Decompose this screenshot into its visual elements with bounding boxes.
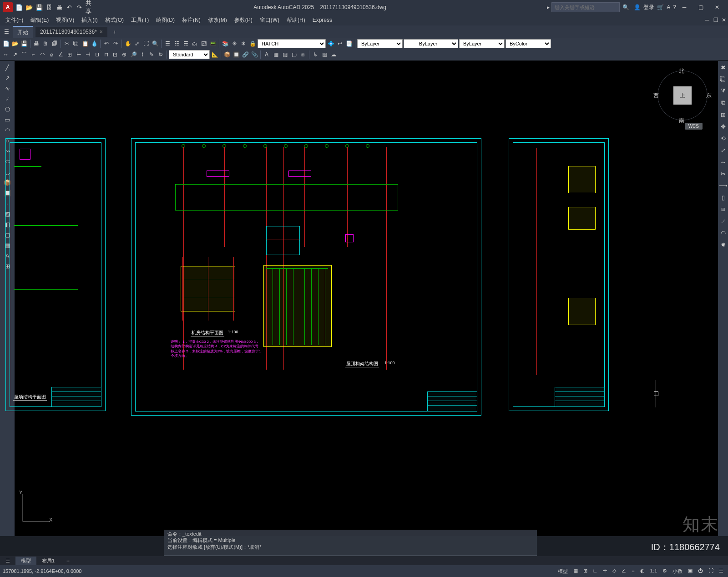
dim-break-icon[interactable]: ⊓ bbox=[102, 50, 110, 59]
save-icon[interactable]: 💾 bbox=[20, 40, 28, 48]
table-icon[interactable]: ▦ bbox=[272, 50, 280, 59]
viewcube[interactable]: 上 北 南 西 东 bbox=[655, 68, 710, 123]
dim-quick-icon[interactable]: ⊞ bbox=[66, 50, 74, 59]
doc-restore-icon[interactable]: ❐ bbox=[710, 16, 718, 24]
textstyle-dropdown[interactable]: Standard bbox=[169, 50, 210, 59]
dimedit-icon[interactable]: ✎ bbox=[147, 50, 156, 59]
layout-add-icon[interactable]: ＋ bbox=[60, 557, 76, 565]
block-icon[interactable]: 🔲 bbox=[232, 50, 240, 59]
arc-icon[interactable]: ◠ bbox=[3, 125, 12, 135]
mtext-icon[interactable]: A bbox=[263, 50, 271, 59]
layer-match-icon[interactable]: 💠 bbox=[327, 40, 335, 48]
field-icon[interactable]: 📎 bbox=[250, 50, 258, 59]
copy-obj-icon[interactable]: ⿻ bbox=[718, 75, 728, 84]
polygon-icon[interactable]: ⬠ bbox=[3, 105, 12, 114]
window-minimize-icon[interactable]: ─ bbox=[676, 2, 693, 13]
join-icon[interactable]: ⧈ bbox=[718, 205, 728, 214]
cart-icon[interactable]: 🛒 bbox=[657, 4, 664, 10]
sheetset-icon[interactable]: 🗂 bbox=[191, 40, 199, 48]
dim-ordinate-icon[interactable]: ⌐ bbox=[29, 50, 37, 59]
viewcube-top[interactable]: 上 bbox=[673, 86, 692, 105]
publish-icon[interactable]: 🗐 bbox=[51, 40, 59, 48]
hardware-accel-icon[interactable]: ⏻ bbox=[696, 568, 705, 575]
layer-state-icon[interactable]: 📑 bbox=[345, 40, 353, 48]
redo-icon[interactable]: ↷ bbox=[111, 40, 120, 48]
lwt-toggle-icon[interactable]: ≡ bbox=[630, 568, 636, 575]
isolate-icon[interactable]: ▣ bbox=[686, 568, 694, 575]
tab-add-icon[interactable]: ＋ bbox=[107, 26, 122, 38]
snap-toggle-icon[interactable]: ⊞ bbox=[581, 568, 589, 575]
calc-icon[interactable]: 📟 bbox=[209, 40, 217, 48]
zoom-icon[interactable]: 🔍 bbox=[151, 40, 159, 48]
qat-print-icon[interactable]: 🖶 bbox=[56, 4, 63, 11]
polar-toggle-icon[interactable]: ✛ bbox=[601, 568, 609, 575]
tab-close-icon[interactable]: × bbox=[100, 29, 103, 35]
dimstyle-icon[interactable]: 📐 bbox=[211, 50, 219, 59]
tolerance-icon[interactable]: ⊡ bbox=[111, 50, 119, 59]
fillet-icon[interactable]: ◠ bbox=[718, 228, 728, 237]
offset-icon[interactable]: ⧉ bbox=[718, 98, 728, 107]
pan-icon[interactable]: ✋ bbox=[124, 40, 132, 48]
tab-layout1[interactable]: 布局1 bbox=[36, 557, 60, 565]
paste-icon[interactable]: 📋 bbox=[81, 40, 89, 48]
props-icon[interactable]: ☰ bbox=[163, 40, 172, 48]
menu-insert[interactable]: 插入(I) bbox=[78, 15, 101, 25]
otrack-toggle-icon[interactable]: ∠ bbox=[620, 568, 628, 575]
region-icon[interactable]: ▢ bbox=[290, 50, 298, 59]
qat-save-icon[interactable]: 💾 bbox=[35, 4, 43, 11]
dim-baseline-icon[interactable]: ⊢ bbox=[75, 50, 83, 59]
rotate-icon[interactable]: ⟲ bbox=[718, 134, 728, 143]
freeze-icon[interactable]: ❄ bbox=[239, 40, 248, 48]
anno-scale[interactable]: 1:1 bbox=[648, 568, 659, 575]
menu-express[interactable]: Express bbox=[309, 16, 336, 24]
xref-icon[interactable]: 🔗 bbox=[241, 50, 249, 59]
scale-icon[interactable]: ⤢ bbox=[718, 146, 728, 155]
dim-space-icon[interactable]: ⊔ bbox=[93, 50, 101, 59]
menu-view[interactable]: 视图(V) bbox=[52, 15, 78, 25]
help-icon[interactable]: ? bbox=[673, 4, 676, 10]
model-button[interactable]: 模型 bbox=[556, 568, 570, 575]
lineweight-dropdown[interactable]: ByLayer bbox=[459, 39, 505, 48]
palette-icon[interactable]: ☴ bbox=[182, 40, 190, 48]
print-icon[interactable]: 🖶 bbox=[32, 40, 40, 48]
layout-hamburger-icon[interactable]: ☰ bbox=[0, 557, 15, 565]
move-icon[interactable]: ✥ bbox=[718, 122, 728, 131]
polyline-icon[interactable]: ⟋ bbox=[3, 94, 12, 103]
ray-icon[interactable]: ↗ bbox=[3, 73, 12, 82]
designcenter-icon[interactable]: ☷ bbox=[172, 40, 181, 48]
layer-prev-icon[interactable]: ↩ bbox=[336, 40, 344, 48]
undo-icon[interactable]: ↶ bbox=[102, 40, 111, 48]
trim-icon[interactable]: ✂ bbox=[718, 169, 728, 178]
zoom-ext-icon[interactable]: ⛶ bbox=[142, 40, 150, 48]
menu-tools[interactable]: 工具(T) bbox=[127, 15, 152, 25]
share-arrow-icon[interactable]: ▸ bbox=[547, 4, 550, 10]
layer-dropdown[interactable]: ByLayer bbox=[357, 39, 403, 48]
apps-icon[interactable]: A bbox=[667, 4, 670, 10]
group-icon[interactable]: ⧈ bbox=[299, 50, 307, 59]
inspect-icon[interactable]: 🔎 bbox=[129, 50, 137, 59]
menu-window[interactable]: 窗口(W) bbox=[256, 15, 283, 25]
chamfer-icon[interactable]: ⟋ bbox=[718, 216, 728, 226]
tab-start[interactable]: 开始 bbox=[13, 26, 33, 38]
tab-document[interactable]: 201171130949010536*× bbox=[35, 27, 107, 37]
dim-arc-icon[interactable]: ⌒ bbox=[20, 50, 28, 59]
rect-icon[interactable]: ▭ bbox=[3, 115, 12, 124]
ortho-toggle-icon[interactable]: ∟ bbox=[591, 568, 600, 575]
dim-linear-icon[interactable]: ↔ bbox=[2, 50, 10, 59]
app-logo[interactable]: A bbox=[3, 2, 13, 12]
menu-edit[interactable]: 编辑(E) bbox=[27, 15, 52, 25]
customize-icon[interactable]: ☰ bbox=[717, 568, 725, 575]
copy-icon[interactable]: ⿻ bbox=[72, 40, 80, 48]
dim-diameter-icon[interactable]: ⌀ bbox=[47, 50, 56, 59]
doc-close-icon[interactable]: ✕ bbox=[718, 16, 726, 24]
qat-redo-icon[interactable]: ↷ bbox=[76, 4, 83, 11]
qat-new-icon[interactable]: 📄 bbox=[15, 4, 23, 11]
wipeout-icon[interactable]: ▧ bbox=[320, 50, 329, 59]
mirror-icon[interactable]: ⧩ bbox=[718, 86, 728, 95]
centermark-icon[interactable]: ⊕ bbox=[120, 50, 128, 59]
search-icon[interactable]: 🔍 bbox=[622, 4, 629, 10]
window-close-icon[interactable]: ✕ bbox=[709, 2, 725, 13]
doc-minimize-icon[interactable]: ─ bbox=[702, 16, 710, 24]
stretch-icon[interactable]: ↔ bbox=[718, 157, 728, 166]
hamburger-icon[interactable]: ☰ bbox=[0, 29, 13, 35]
